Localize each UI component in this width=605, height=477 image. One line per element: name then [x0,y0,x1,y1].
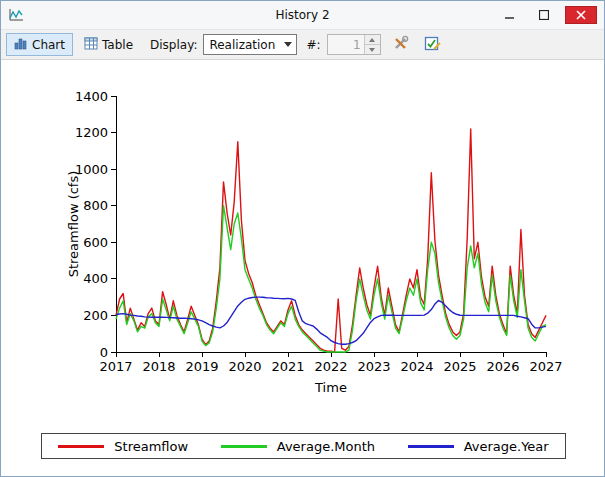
svg-text:2022: 2022 [314,359,347,374]
streamflow-line-swatch [58,445,104,448]
svg-text:2025: 2025 [443,359,476,374]
app-window: History 2 [0,0,605,477]
svg-text:1200: 1200 [75,125,108,140]
display-select[interactable]: Realization [203,34,297,55]
realization-number-spinner[interactable] [327,34,381,55]
svg-text:800: 800 [83,198,108,213]
svg-text:Streamflow (cfs): Streamflow (cfs) [66,171,81,278]
svg-text:2024: 2024 [400,359,433,374]
realization-number-input[interactable] [328,35,364,54]
tools-button[interactable] [388,33,413,56]
svg-text:200: 200 [83,308,108,323]
display-select-value: Realization [209,38,275,52]
spin-down-icon[interactable] [364,44,380,54]
plot-settings-icon [424,35,441,55]
chart-icon [14,37,28,53]
svg-text:2020: 2020 [228,359,261,374]
svg-text:1400: 1400 [75,89,108,104]
legend-item-average-year: Average.Year [408,439,549,454]
svg-text:2017: 2017 [99,359,132,374]
table-tab-button[interactable]: Table [76,33,141,56]
legend: Streamflow Average.Month Average.Year [41,433,566,459]
chart-button-label: Chart [32,38,65,52]
window-controls [497,6,597,24]
plot-app-icon [8,8,24,22]
svg-text:600: 600 [83,235,108,250]
legend-label-streamflow: Streamflow [114,439,188,454]
table-icon [84,37,98,53]
legend-label-average-month: Average.Month [277,439,375,454]
legend-item-streamflow: Streamflow [58,439,188,454]
close-button[interactable] [565,6,597,24]
chart-tab-button[interactable]: Chart [6,33,73,56]
legend-label-average-year: Average.Year [464,439,549,454]
tools-icon [392,35,409,55]
chevron-down-icon [280,35,296,54]
spinner-buttons [364,35,380,54]
display-label: Display: [150,38,197,52]
svg-text:0: 0 [100,345,108,360]
table-button-label: Table [102,38,133,52]
svg-text:2027: 2027 [529,359,562,374]
count-label: #: [306,38,320,52]
toolbar: Chart Table Display: Realization #: [1,29,604,60]
svg-text:2018: 2018 [142,359,175,374]
spin-up-icon[interactable] [364,35,380,44]
title-bar[interactable]: History 2 [1,1,604,29]
svg-text:2019: 2019 [185,359,218,374]
svg-text:2023: 2023 [357,359,390,374]
svg-text:400: 400 [83,271,108,286]
svg-text:2026: 2026 [486,359,519,374]
maximize-button[interactable] [531,6,557,24]
average-year-line-swatch [408,445,454,448]
svg-text:2021: 2021 [271,359,304,374]
average-month-line-swatch [221,445,267,448]
svg-text:Time: Time [314,380,347,395]
minimize-button[interactable] [497,6,523,24]
chart-panel: 0200400600800100012001400201720182019202… [1,60,604,477]
streamflow-chart: 0200400600800100012001400201720182019202… [1,60,605,412]
plot-settings-button[interactable] [420,33,445,56]
legend-item-average-month: Average.Month [221,439,375,454]
